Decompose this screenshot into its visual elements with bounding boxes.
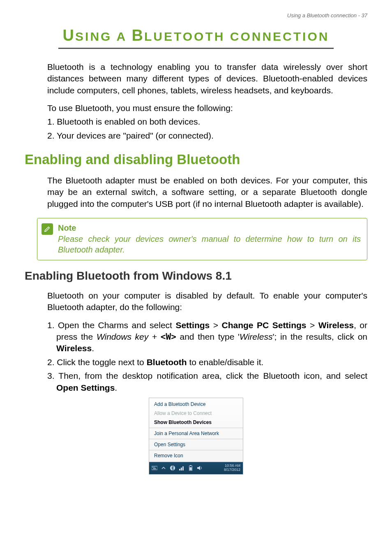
menu-item-allow-connect: Allow a Device to Connect: [149, 409, 243, 418]
chevron-up-icon[interactable]: [161, 465, 166, 471]
step1-wireless-bold1: Wireless: [318, 320, 354, 330]
step1-text-a: 1. Open the Charms and select: [47, 320, 175, 330]
ensure-item-1: 1. Bluetooth is enabled on both devices.: [47, 116, 367, 127]
network-icon[interactable]: [179, 465, 184, 471]
menu-separator-1: [149, 428, 243, 428]
menu-separator-3: [149, 450, 243, 450]
step1-gt2: >: [307, 320, 318, 330]
taskbar: 10:56 AM 8/17/2012: [149, 462, 243, 474]
step-1: 1. Open the Charms and select Settings >…: [47, 320, 367, 354]
title-small-2: LUETOOTH CONNECTION: [144, 30, 329, 43]
step2-text-b: to enable/disable it.: [187, 357, 264, 367]
bluetooth-icon[interactable]: [170, 465, 175, 471]
title-underline: [58, 48, 334, 49]
step1-w-key: <W>: [161, 332, 176, 342]
step-2: 2. Click the toggle next to Bluetooth to…: [47, 357, 367, 368]
menu-separator-2: [149, 439, 243, 439]
keyboard-icon[interactable]: [152, 465, 157, 471]
step1-wireless-italic: Wireless: [240, 332, 272, 341]
menu-item-remove-icon[interactable]: Remove Icon: [149, 451, 243, 460]
step1-gt1: >: [210, 320, 221, 330]
menu-item-add-device[interactable]: Add a Bluetooth Device: [149, 400, 243, 409]
svg-rect-8: [182, 466, 184, 470]
section-body: The Bluetooth adapter must be enabled on…: [47, 175, 367, 210]
step1-text-e: .: [92, 343, 94, 353]
subsection-intro: Bluetooth on your computer is disabled b…: [47, 290, 367, 313]
pencil-icon: [42, 223, 53, 235]
menu-item-show-devices[interactable]: Show Bluetooth Devices: [149, 418, 243, 427]
svg-rect-6: [179, 469, 180, 470]
taskbar-clock[interactable]: 10:56 AM 8/17/2012: [224, 464, 240, 472]
ensure-lead: To use Bluetooth, you must ensure the fo…: [47, 102, 367, 114]
step2-text-a: 2. Click the toggle next to: [47, 357, 147, 367]
title-cap-b: B: [132, 27, 144, 44]
step1-text-d: '; in the results, click on: [272, 332, 367, 341]
section-heading-enabling: Enabling and disabling Bluetooth: [25, 152, 367, 167]
clock-date: 8/17/2012: [224, 468, 240, 472]
step-3: 3. Then, from the desktop notification a…: [47, 370, 367, 394]
svg-rect-2: [153, 467, 154, 468]
subsection-heading-win81: Enabling Bluetooth from Windows 8.1: [25, 269, 367, 283]
note-box: Note Please check your devices owner's m…: [37, 218, 367, 260]
menu-item-open-settings[interactable]: Open Settings: [149, 440, 243, 449]
step3-open-settings: Open Settings: [56, 383, 115, 392]
svg-rect-1: [152, 467, 153, 468]
step1-windows-key: Windows key: [97, 332, 148, 341]
title-cap-u: U: [63, 27, 75, 44]
step1-settings: Settings: [175, 320, 210, 330]
context-menu: Add a Bluetooth Device Allow a Device to…: [149, 398, 243, 462]
menu-item-join-pan[interactable]: Join a Personal Area Network: [149, 429, 243, 438]
svg-rect-10: [190, 465, 191, 466]
note-title: Note: [58, 223, 361, 233]
svg-rect-7: [181, 468, 182, 470]
step1-plus: +: [148, 332, 161, 341]
svg-rect-11: [189, 468, 191, 470]
ensure-item-2: 2. Your devices are "paired" (or connect…: [47, 130, 367, 141]
step3-text-a: 3. Then, from the desktop notification a…: [47, 371, 367, 380]
tray-icons: [152, 465, 203, 471]
step1-text-c: and then type ': [176, 332, 240, 341]
svg-rect-3: [154, 467, 155, 468]
page-header: Using a Bluetooth connection - 37: [25, 12, 367, 19]
volume-icon[interactable]: [197, 465, 203, 471]
step1-wireless-bold2: Wireless: [56, 343, 92, 353]
step2-bluetooth: Bluetooth: [147, 357, 187, 367]
bluetooth-context-menu-screenshot: Add a Bluetooth Device Allow a Device to…: [149, 398, 243, 475]
note-body: Please check your devices owner's manual…: [58, 234, 361, 255]
title-small-1: SING A: [75, 30, 131, 43]
battery-icon[interactable]: [188, 465, 194, 471]
step3-text-b: .: [115, 383, 117, 392]
svg-rect-4: [153, 468, 156, 469]
page-title: USING A BLUETOOTH CONNECTION: [25, 27, 367, 44]
svg-rect-0: [152, 466, 157, 470]
step1-change-pc: Change PC Settings: [222, 320, 307, 330]
intro-paragraph: Bluetooth is a technology enabling you t…: [47, 61, 367, 96]
